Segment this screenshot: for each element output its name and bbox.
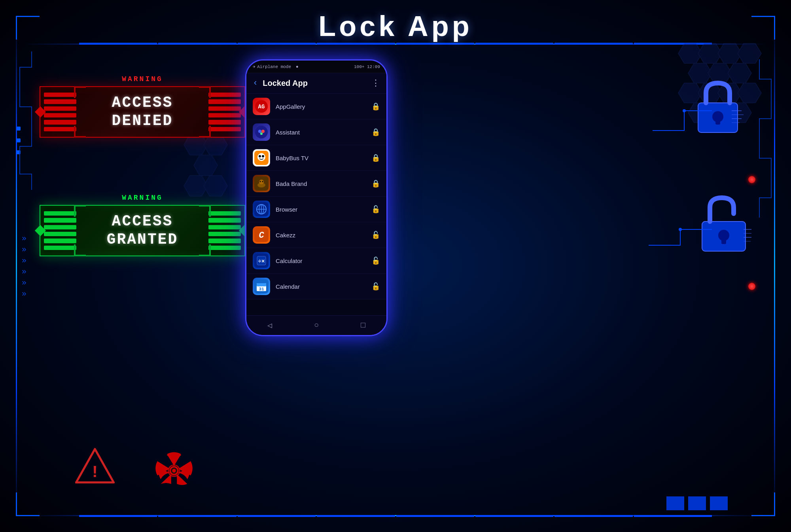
bottom-square-2 (688, 496, 706, 510)
top-dashes (79, 43, 712, 45)
bracket-bl (74, 126, 86, 138)
corner-tr (751, 16, 775, 40)
app-name: Browser (276, 206, 366, 213)
svg-point-28 (255, 126, 268, 138)
app-icon-babybus (253, 149, 270, 167)
svg-point-29 (258, 130, 261, 133)
lock-open-icon: 🔓 (371, 231, 380, 239)
hex-pattern-left (174, 131, 245, 202)
bottom-square-1 (666, 496, 684, 510)
phone-status-bar: ✈ Airplane mode ● 100+ 12:09 (246, 61, 386, 73)
access-granted-box: ACCESS GRANTED (40, 205, 245, 256)
app-name: BabyBus TV (276, 155, 366, 161)
app-icon-calendar: 31 (253, 278, 270, 295)
granted-warning-label: WARNING (40, 194, 245, 202)
list-item[interactable]: 31 Calendar 🔓 (246, 274, 386, 299)
granted-stripe-left (42, 210, 78, 252)
status-airplane-text: Airplane mode (257, 64, 291, 69)
svg-marker-16 (194, 155, 218, 176)
radiation-icon (150, 447, 198, 494)
list-item[interactable]: ÷× Calculator 🔓 (246, 248, 386, 274)
svg-point-70 (679, 228, 682, 231)
lock-open-icon: 🔓 (371, 282, 380, 291)
circuit-line-bottom-right (649, 222, 712, 253)
svg-point-30 (261, 130, 265, 133)
svg-rect-65 (721, 235, 726, 244)
svg-point-35 (262, 155, 264, 157)
indicator-dot-bottom (748, 283, 755, 290)
lock-open-icon: 🔓 (371, 205, 380, 214)
list-item[interactable]: C Cakezz 🔓 (246, 222, 386, 248)
lock-closed-icon: 🔒 (371, 128, 380, 136)
nav-home-button[interactable]: ○ (314, 321, 319, 330)
phone-screen: ‹ Locked App ⋮ LOCKEDAPPS UNLOCKEDAPPS A… (246, 73, 386, 315)
app-name: Calculator (276, 257, 366, 264)
svg-marker-18 (204, 176, 227, 196)
bracket-bl-g (74, 244, 86, 256)
corner-br (751, 492, 775, 516)
svg-point-31 (260, 133, 263, 135)
back-button[interactable]: ‹ (253, 78, 258, 88)
page-title: Lock App (318, 10, 472, 42)
svg-point-25 (172, 469, 176, 473)
nav-back-button[interactable]: ◁ (267, 320, 272, 330)
list-item[interactable]: AG AppGallery 🔒 (246, 94, 386, 119)
granted-stripe-right (207, 210, 242, 252)
app-list: AG AppGallery 🔒 (246, 94, 386, 299)
airplane-icon: ✈ (253, 64, 255, 70)
list-item[interactable]: Browser 🔓 (246, 197, 386, 222)
svg-point-34 (259, 155, 261, 157)
svg-rect-53 (257, 283, 266, 286)
lock-closed-icon: 🔒 (371, 179, 380, 188)
denied-warning-label: WARNING (40, 75, 245, 83)
denied-stripe-left (42, 91, 78, 133)
phone-container: ✈ Airplane mode ● 100+ 12:09 ‹ Locked Ap… (245, 59, 388, 336)
more-menu-button[interactable]: ⋮ (371, 78, 380, 89)
left-chevrons: » » » » » » (22, 235, 26, 298)
app-name: Assistant (276, 129, 366, 136)
app-icon-calculator: ÷× (253, 252, 270, 269)
bracket-tl-g (74, 205, 86, 217)
phone-nav-bar: ◁ ○ □ (246, 315, 386, 335)
list-item[interactable]: BabyBus TV 🔒 (246, 145, 386, 171)
bottom-squares (666, 496, 728, 510)
svg-text:C: C (259, 231, 264, 240)
app-icon-assistant (253, 123, 270, 141)
left-circuit-decoration (16, 51, 47, 190)
app-icon-bada (253, 175, 270, 192)
nav-recent-button[interactable]: □ (361, 321, 365, 330)
access-granted-panel: WARNING ACCESS GRANTE (40, 194, 245, 256)
list-item[interactable]: Bada Brand 🔒 (246, 171, 386, 197)
bracket-br-g (199, 244, 211, 256)
svg-rect-57 (715, 117, 720, 125)
lock-closed-icon: 🔒 (371, 153, 380, 162)
app-header: ‹ Locked App ⋮ (246, 73, 386, 94)
status-center-dot: ● (296, 64, 299, 69)
corner-bl (16, 492, 40, 516)
list-item[interactable]: Assistant 🔒 (246, 119, 386, 145)
app-name: Cakezz (276, 232, 366, 239)
access-denied-text: ACCESS DENIED (112, 94, 173, 130)
app-icon-appgallery: AG (253, 98, 270, 115)
access-granted-text: ACCESS GRANTED (107, 212, 178, 248)
svg-text:AG: AG (258, 104, 265, 110)
warning-triangle-icon: ! (73, 447, 117, 485)
bracket-br (199, 126, 211, 138)
svg-text:31: 31 (259, 287, 264, 292)
access-denied-panel: WARNING ACCESS DENIED (40, 75, 245, 138)
app-name: Calendar (276, 283, 366, 290)
app-name: AppGallery (276, 103, 366, 110)
bottom-square-3 (710, 496, 728, 510)
app-icon-browser (253, 201, 270, 218)
svg-point-39 (260, 181, 261, 182)
bracket-tl (74, 86, 86, 98)
svg-point-33 (257, 153, 265, 161)
access-denied-box: ACCESS DENIED (40, 86, 245, 138)
svg-point-38 (259, 180, 264, 184)
app-header-title: Locked App (263, 79, 367, 88)
app-icon-cakezz: C (253, 226, 270, 244)
app-name: Bada Brand (276, 180, 366, 187)
svg-point-62 (683, 109, 686, 112)
bottom-dashes (79, 515, 712, 517)
denied-stripe-right (207, 91, 242, 133)
